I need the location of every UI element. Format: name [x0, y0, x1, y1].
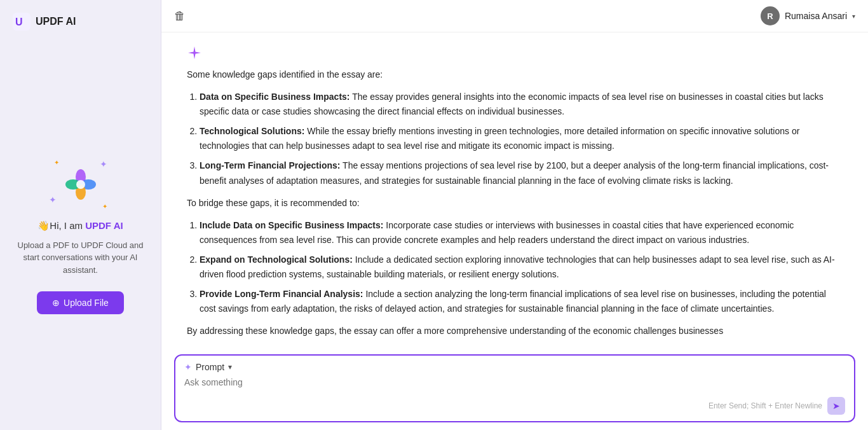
recommendations-list: Include Data on Specific Business Impact…: [187, 218, 843, 317]
user-info[interactable]: R Rumaisa Ansari ▾: [761, 6, 855, 25]
input-top-row: ✦ Prompt ▾: [184, 362, 845, 372]
greeting-text: 👋Hi, I am UPDF AI: [37, 220, 123, 232]
list-item: Expand on Technological Solutions: Inclu…: [200, 253, 843, 282]
ai-logo-icon: [64, 168, 97, 201]
svg-marker-7: [188, 46, 201, 59]
greeting-prefix: 👋Hi, I am: [37, 220, 85, 231]
ai-sparkle-icon: [187, 45, 202, 60]
list-item: Include Data on Specific Business Impact…: [200, 218, 843, 247]
upload-file-button[interactable]: ⊕ Upload File: [37, 291, 124, 314]
prompt-sparkle-icon: ✦: [184, 362, 192, 372]
upload-label: Upload File: [64, 298, 109, 308]
prompt-label: Prompt: [196, 362, 224, 372]
svg-point-6: [76, 180, 85, 189]
ai-message-avatar: [187, 45, 843, 62]
chat-area[interactable]: Some knowledge gaps identified in the es…: [161, 32, 868, 347]
topbar: 🗑 R Rumaisa Ansari ▾: [161, 0, 868, 32]
sidebar: U UPDF AI ✦ ✦ ✦ ✦ 👋Hi, I am UPDF AI Uplo…: [0, 0, 161, 430]
chat-intro: Some knowledge gaps identified in the es…: [187, 67, 843, 82]
rec-title: Provide Long-Term Financial Analysis:: [200, 289, 363, 299]
rec-title: Include Data on Specific Business Impact…: [200, 220, 383, 230]
sidebar-description: Upload a PDF to UPDF Cloud and start con…: [13, 239, 148, 277]
bridge-intro: To bridge these gaps, it is recommended …: [187, 196, 843, 211]
sparkle-icon-bl: ✦: [49, 195, 57, 205]
item-title: Data on Specific Business Impacts:: [200, 92, 350, 102]
main-panel: 🗑 R Rumaisa Ansari ▾ Some knowledge gaps…: [161, 0, 868, 430]
user-name: Rumaisa Ansari: [785, 11, 847, 21]
prompt-dropdown-icon[interactable]: ▾: [228, 363, 232, 371]
user-avatar: R: [761, 6, 780, 25]
sparkle-icon-tr: ✦: [100, 159, 107, 169]
send-button[interactable]: ➤: [827, 397, 845, 415]
list-item: Technological Solutions: While the essay…: [200, 124, 843, 153]
rec-title: Expand on Technological Solutions:: [200, 254, 353, 265]
delete-button[interactable]: 🗑: [174, 10, 186, 23]
ai-icon-wrapper: ✦ ✦ ✦ ✦: [49, 159, 112, 210]
input-bottom-row: Enter Send; Shift + Enter Newline ➤: [184, 397, 845, 415]
app-title: UPDF AI: [36, 16, 76, 27]
sparkle-icon-tl: ✦: [54, 159, 59, 166]
svg-text:U: U: [15, 17, 23, 27]
brand-name: UPDF AI: [85, 220, 123, 231]
list-item: Data on Specific Business Impacts: The e…: [200, 90, 843, 119]
sparkle-icon-br: ✦: [102, 203, 107, 210]
sidebar-logo: U UPDF AI: [0, 0, 161, 43]
ask-input[interactable]: [184, 377, 845, 395]
item-title: Long-Term Financial Projections:: [200, 160, 340, 170]
input-hint: Enter Send; Shift + Enter Newline: [709, 401, 822, 410]
item-title: Technological Solutions:: [200, 126, 304, 136]
list-item: Long-Term Financial Projections: The ess…: [200, 158, 843, 188]
list-item: Provide Long-Term Financial Analysis: In…: [200, 287, 843, 316]
send-icon: ➤: [832, 401, 840, 411]
sidebar-content: ✦ ✦ ✦ ✦ 👋Hi, I am UPDF AI Upload a PDF t…: [0, 43, 161, 430]
chat-content: Some knowledge gaps identified in the es…: [187, 67, 843, 338]
chevron-down-icon: ▾: [852, 13, 855, 20]
updf-logo-icon: U: [13, 13, 31, 31]
chat-closing: By addressing these knowledge gaps, the …: [187, 324, 843, 338]
input-area: ✦ Prompt ▾ Enter Send; Shift + Enter New…: [174, 354, 855, 422]
knowledge-gaps-list: Data on Specific Business Impacts: The e…: [187, 90, 843, 188]
upload-icon: ⊕: [52, 298, 60, 308]
